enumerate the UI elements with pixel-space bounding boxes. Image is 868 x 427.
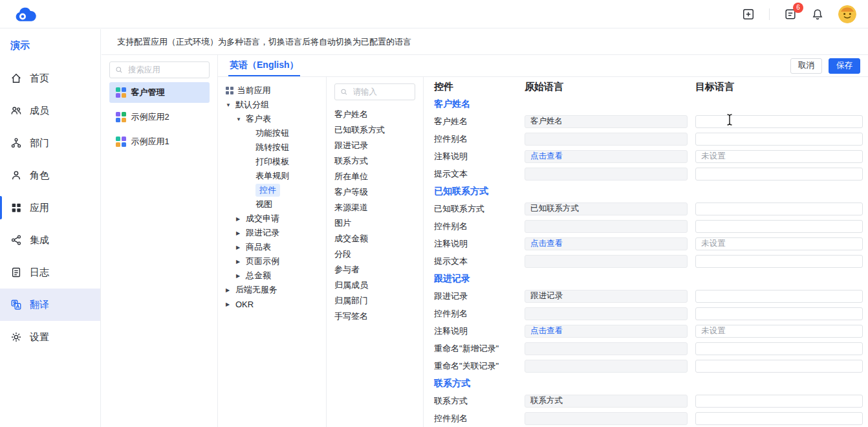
caret-right-icon[interactable]: ▶ — [236, 273, 246, 279]
tree-item-form-rules[interactable]: 表单规则 — [226, 169, 323, 183]
sidebar-item-settings[interactable]: 设置 — [0, 321, 100, 353]
field-item[interactable]: 图片 — [334, 215, 415, 231]
caret-down-icon[interactable]: ▼ — [236, 116, 246, 122]
tree-item-okr[interactable]: ▶ OKR — [226, 297, 323, 311]
tree-item-customer-table[interactable]: ▼ 客户表 — [226, 112, 323, 126]
field-search-input[interactable] — [352, 87, 409, 97]
field-item[interactable]: 已知联系方式 — [334, 122, 415, 138]
caret-right-icon[interactable]: ▶ — [226, 287, 235, 293]
sidebar-item-label: 翻译 — [30, 299, 49, 311]
tree-item-jump-buttons[interactable]: 跳转按钮 — [226, 140, 323, 155]
target-input[interactable] — [695, 342, 863, 355]
target-input[interactable] — [695, 360, 863, 373]
topbar: 6 — [0, 0, 868, 28]
app-logo[interactable] — [12, 5, 38, 24]
target-input[interactable] — [695, 307, 863, 320]
view-link[interactable]: 点击查看 — [530, 325, 563, 336]
tree-item-product-table[interactable]: ▶ 商品表 — [226, 240, 323, 254]
sidebar-item-apps[interactable]: 应用 — [0, 192, 100, 224]
target-input[interactable] — [695, 220, 863, 233]
sidebar-item-roles[interactable]: 角色 — [0, 159, 100, 192]
translation-row: 控件别名 — [434, 410, 863, 427]
apps-grid-icon — [10, 202, 22, 214]
field-item[interactable]: 客户姓名 — [334, 107, 415, 122]
row-label: 重命名"关联记录" — [434, 360, 517, 372]
add-app-icon[interactable] — [742, 8, 755, 21]
caret-right-icon[interactable]: ▶ — [236, 230, 246, 236]
field-item[interactable]: 跟进记录 — [334, 138, 415, 153]
caret-right-icon[interactable]: ▶ — [226, 301, 235, 307]
row-label: 提示文本 — [434, 256, 517, 267]
target-value[interactable]: 未设置 — [695, 150, 863, 163]
original-value: 已知联系方式 — [525, 203, 688, 215]
tree-item-label: 后端无服务 — [235, 284, 277, 296]
tree-item-followup-records[interactable]: ▶ 跟进记录 — [226, 226, 323, 240]
tree-item-deal-request[interactable]: ▶ 成交申请 — [226, 212, 323, 226]
target-value[interactable]: 未设置 — [695, 325, 863, 338]
tree-item-page-example[interactable]: ▶ 页面示例 — [226, 254, 323, 268]
target-input[interactable] — [695, 395, 863, 408]
app-item-customer-mgmt[interactable]: 客户管理 — [109, 82, 210, 103]
tree-item-backend-serverless[interactable]: ▶ 后端无服务 — [226, 283, 323, 297]
workspace-name[interactable]: 演示 — [0, 34, 100, 62]
field-item[interactable]: 成交金额 — [334, 231, 415, 246]
search-icon — [340, 87, 348, 96]
section-title: 联系方式 — [434, 375, 863, 392]
caret-right-icon[interactable]: ▶ — [236, 216, 246, 222]
field-search-box[interactable] — [334, 83, 415, 100]
tree-item-print-template[interactable]: 打印模板 — [226, 155, 323, 169]
tree-item-label: 打印模板 — [255, 156, 289, 168]
app-item-demo1[interactable]: 示例应用1 — [109, 131, 210, 152]
tree-item-default-group[interactable]: ▼ 默认分组 — [226, 98, 323, 112]
save-button[interactable]: 保存 — [829, 58, 860, 74]
caret-right-icon[interactable]: ▶ — [236, 259, 246, 265]
view-link[interactable]: 点击查看 — [530, 238, 563, 249]
messages-icon[interactable]: 6 — [784, 8, 797, 21]
bell-icon[interactable] — [811, 8, 824, 21]
target-value[interactable]: 未设置 — [695, 237, 863, 250]
sidebar-item-logs[interactable]: 日志 — [0, 256, 100, 289]
tree-item-function-buttons[interactable]: 功能按钮 — [226, 126, 323, 140]
topbar-divider — [769, 8, 770, 20]
field-item[interactable]: 参与者 — [334, 262, 415, 278]
view-link[interactable]: 点击查看 — [530, 151, 563, 162]
sidebar-item-members[interactable]: 成员 — [0, 94, 100, 127]
field-item[interactable]: 归属成员 — [334, 278, 415, 293]
user-avatar[interactable] — [838, 5, 856, 23]
tree-item-total-amount[interactable]: ▶ 总金额 — [226, 268, 323, 283]
cancel-button[interactable]: 取消 — [790, 58, 822, 74]
tab-english[interactable]: 英语（English） — [228, 55, 300, 76]
app-item-demo2[interactable]: 示例应用2 — [109, 107, 210, 127]
field-item[interactable]: 所在单位 — [334, 169, 415, 184]
field-item[interactable]: 手写签名 — [334, 309, 415, 324]
caret-right-icon[interactable]: ▶ — [236, 245, 246, 250]
target-input[interactable] — [695, 133, 863, 146]
tree-item-label: 总金额 — [246, 270, 271, 281]
target-input[interactable] — [695, 203, 863, 215]
field-item[interactable]: 客户等级 — [334, 184, 415, 200]
field-item[interactable]: 来源渠道 — [334, 200, 415, 215]
col-header-original: 原始语言 — [525, 81, 688, 93]
target-input[interactable] — [695, 115, 863, 128]
sidebar-item-integrations[interactable]: 集成 — [0, 224, 100, 256]
app-search-input[interactable] — [127, 65, 204, 75]
gear-icon — [10, 331, 22, 343]
translation-row: 客户姓名 客户姓名 — [434, 113, 863, 130]
tree-item-label: 表单规则 — [255, 170, 289, 182]
field-item[interactable]: 分段 — [334, 246, 415, 262]
tree-item-controls-selected[interactable]: 控件 — [226, 183, 323, 197]
sidebar-item-departments[interactable]: 部门 — [0, 127, 100, 159]
caret-down-icon[interactable]: ▼ — [226, 102, 235, 108]
target-input[interactable] — [695, 255, 863, 268]
field-item[interactable]: 联系方式 — [334, 153, 415, 169]
person-icon — [10, 170, 22, 181]
target-input[interactable] — [695, 290, 863, 303]
sidebar-item-home[interactable]: 首页 — [0, 62, 100, 94]
target-input[interactable] — [695, 168, 863, 181]
field-item[interactable]: 归属部门 — [334, 293, 415, 309]
target-input[interactable] — [695, 412, 863, 425]
tree-item-views[interactable]: 视图 — [226, 197, 323, 212]
app-search-box[interactable] — [109, 61, 210, 78]
sidebar-item-translate[interactable]: 翻译 — [0, 289, 100, 321]
tree-item-current-app[interactable]: 当前应用 — [226, 83, 323, 98]
